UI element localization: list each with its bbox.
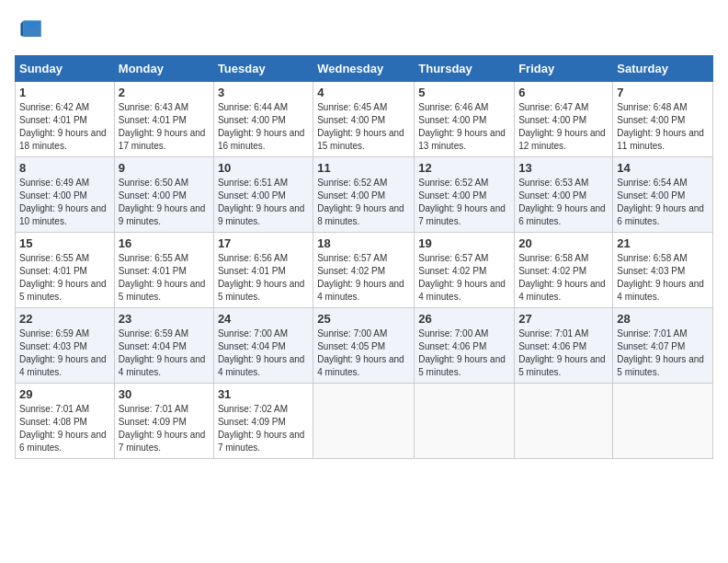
day-info: Sunrise: 6:55 AM Sunset: 4:01 PM Dayligh… xyxy=(119,252,210,304)
header-sunday: Sunday xyxy=(16,56,115,82)
calendar-cell: 17 Sunrise: 6:56 AM Sunset: 4:01 PM Dayl… xyxy=(213,233,313,308)
day-number: 4 xyxy=(317,86,410,99)
calendar-cell: 11 Sunrise: 6:52 AM Sunset: 4:00 PM Dayl… xyxy=(313,157,415,233)
day-info: Sunrise: 6:52 AM Sunset: 4:00 PM Dayligh… xyxy=(418,177,510,228)
calendar-cell: 23 Sunrise: 6:59 AM Sunset: 4:04 PM Dayl… xyxy=(114,308,213,384)
day-info: Sunrise: 7:01 AM Sunset: 4:07 PM Dayligh… xyxy=(617,327,709,379)
day-info: Sunrise: 6:47 AM Sunset: 4:00 PM Dayligh… xyxy=(518,101,609,153)
day-number: 9 xyxy=(119,161,210,175)
calendar-cell: 12 Sunrise: 6:52 AM Sunset: 4:00 PM Dayl… xyxy=(415,157,515,233)
calendar-cell: 6 Sunrise: 6:47 AM Sunset: 4:00 PM Dayli… xyxy=(515,82,613,157)
day-info: Sunrise: 7:00 AM Sunset: 4:06 PM Dayligh… xyxy=(418,327,510,379)
day-info: Sunrise: 6:54 AM Sunset: 4:00 PM Dayligh… xyxy=(617,177,709,228)
calendar-cell: 26 Sunrise: 7:00 AM Sunset: 4:06 PM Dayl… xyxy=(415,308,515,384)
day-info: Sunrise: 7:01 AM Sunset: 4:06 PM Dayligh… xyxy=(518,327,609,379)
day-info: Sunrise: 6:43 AM Sunset: 4:01 PM Dayligh… xyxy=(119,101,210,153)
day-number: 23 xyxy=(119,312,210,326)
calendar-cell: 22 Sunrise: 6:59 AM Sunset: 4:03 PM Dayl… xyxy=(16,308,115,384)
calendar-cell: 29 Sunrise: 7:01 AM Sunset: 4:08 PM Dayl… xyxy=(16,384,115,459)
day-number: 30 xyxy=(119,387,210,401)
day-number: 5 xyxy=(418,86,510,99)
calendar-cell: 14 Sunrise: 6:54 AM Sunset: 4:00 PM Dayl… xyxy=(613,157,713,233)
day-number: 26 xyxy=(418,312,510,326)
header-tuesday: Tuesday xyxy=(213,56,313,82)
calendar-cell: 5 Sunrise: 6:46 AM Sunset: 4:00 PM Dayli… xyxy=(415,82,515,157)
calendar-cell: 13 Sunrise: 6:53 AM Sunset: 4:00 PM Dayl… xyxy=(515,157,613,233)
calendar-cell: 25 Sunrise: 7:00 AM Sunset: 4:05 PM Dayl… xyxy=(313,308,415,384)
day-info: Sunrise: 6:56 AM Sunset: 4:01 PM Dayligh… xyxy=(218,252,309,304)
day-number: 31 xyxy=(218,387,309,401)
calendar-cell: 7 Sunrise: 6:48 AM Sunset: 4:00 PM Dayli… xyxy=(613,82,713,157)
calendar-cell: 18 Sunrise: 6:57 AM Sunset: 4:02 PM Dayl… xyxy=(313,233,415,308)
day-info: Sunrise: 6:45 AM Sunset: 4:00 PM Dayligh… xyxy=(317,101,410,153)
logo xyxy=(15,15,48,44)
calendar-cell: 2 Sunrise: 6:43 AM Sunset: 4:01 PM Dayli… xyxy=(114,82,213,157)
header-wednesday: Wednesday xyxy=(313,56,415,82)
day-info: Sunrise: 6:57 AM Sunset: 4:02 PM Dayligh… xyxy=(418,252,510,304)
day-number: 13 xyxy=(518,161,609,175)
day-info: Sunrise: 7:01 AM Sunset: 4:09 PM Dayligh… xyxy=(119,403,210,454)
calendar-cell: 28 Sunrise: 7:01 AM Sunset: 4:07 PM Dayl… xyxy=(613,308,713,384)
calendar-cell xyxy=(613,384,713,459)
calendar-cell: 15 Sunrise: 6:55 AM Sunset: 4:01 PM Dayl… xyxy=(16,233,115,308)
day-number: 12 xyxy=(418,161,510,175)
day-info: Sunrise: 7:00 AM Sunset: 4:05 PM Dayligh… xyxy=(317,327,410,379)
calendar-cell: 1 Sunrise: 6:42 AM Sunset: 4:01 PM Dayli… xyxy=(16,82,115,157)
header-monday: Monday xyxy=(114,56,213,82)
day-number: 17 xyxy=(218,236,309,250)
day-info: Sunrise: 7:02 AM Sunset: 4:09 PM Dayligh… xyxy=(218,403,309,454)
calendar-cell: 8 Sunrise: 6:49 AM Sunset: 4:00 PM Dayli… xyxy=(16,157,115,233)
day-number: 29 xyxy=(19,387,110,401)
calendar-cell: 16 Sunrise: 6:55 AM Sunset: 4:01 PM Dayl… xyxy=(114,233,213,308)
day-number: 10 xyxy=(218,161,309,175)
day-number: 2 xyxy=(119,86,210,99)
day-number: 27 xyxy=(518,312,609,326)
day-info: Sunrise: 6:57 AM Sunset: 4:02 PM Dayligh… xyxy=(317,252,410,304)
calendar-cell: 9 Sunrise: 6:50 AM Sunset: 4:00 PM Dayli… xyxy=(114,157,213,233)
day-info: Sunrise: 6:51 AM Sunset: 4:00 PM Dayligh… xyxy=(218,177,309,228)
day-info: Sunrise: 6:48 AM Sunset: 4:00 PM Dayligh… xyxy=(617,101,709,153)
calendar-cell xyxy=(313,384,415,459)
calendar-cell: 30 Sunrise: 7:01 AM Sunset: 4:09 PM Dayl… xyxy=(114,384,213,459)
day-number: 18 xyxy=(317,236,410,250)
header-friday: Friday xyxy=(515,56,613,82)
day-number: 22 xyxy=(19,312,110,326)
day-info: Sunrise: 6:58 AM Sunset: 4:02 PM Dayligh… xyxy=(518,252,609,304)
day-number: 11 xyxy=(317,161,410,175)
day-number: 25 xyxy=(317,312,410,326)
day-number: 16 xyxy=(119,236,210,250)
calendar-week-1: 1 Sunrise: 6:42 AM Sunset: 4:01 PM Dayli… xyxy=(16,82,713,157)
day-number: 8 xyxy=(19,161,110,175)
day-info: Sunrise: 6:46 AM Sunset: 4:00 PM Dayligh… xyxy=(418,101,510,153)
day-info: Sunrise: 6:44 AM Sunset: 4:00 PM Dayligh… xyxy=(218,101,309,153)
day-info: Sunrise: 6:55 AM Sunset: 4:01 PM Dayligh… xyxy=(19,252,110,304)
calendar-cell: 4 Sunrise: 6:45 AM Sunset: 4:00 PM Dayli… xyxy=(313,82,415,157)
day-number: 21 xyxy=(617,236,709,250)
calendar-week-2: 8 Sunrise: 6:49 AM Sunset: 4:00 PM Dayli… xyxy=(16,157,713,233)
day-info: Sunrise: 6:58 AM Sunset: 4:03 PM Dayligh… xyxy=(617,252,709,304)
day-info: Sunrise: 6:49 AM Sunset: 4:00 PM Dayligh… xyxy=(19,177,110,228)
day-number: 28 xyxy=(617,312,709,326)
svg-marker-2 xyxy=(20,20,23,37)
header-thursday: Thursday xyxy=(415,56,515,82)
calendar-cell xyxy=(515,384,613,459)
day-info: Sunrise: 6:53 AM Sunset: 4:00 PM Dayligh… xyxy=(518,177,609,228)
calendar-cell: 3 Sunrise: 6:44 AM Sunset: 4:00 PM Dayli… xyxy=(213,82,313,157)
day-info: Sunrise: 6:42 AM Sunset: 4:01 PM Dayligh… xyxy=(19,101,110,153)
day-info: Sunrise: 6:59 AM Sunset: 4:03 PM Dayligh… xyxy=(19,327,110,379)
calendar-cell: 19 Sunrise: 6:57 AM Sunset: 4:02 PM Dayl… xyxy=(415,233,515,308)
day-number: 7 xyxy=(617,86,709,99)
calendar-cell xyxy=(415,384,515,459)
calendar-cell: 10 Sunrise: 6:51 AM Sunset: 4:00 PM Dayl… xyxy=(213,157,313,233)
day-info: Sunrise: 6:50 AM Sunset: 4:00 PM Dayligh… xyxy=(119,177,210,228)
calendar-week-4: 22 Sunrise: 6:59 AM Sunset: 4:03 PM Dayl… xyxy=(16,308,713,384)
day-number: 3 xyxy=(218,86,309,99)
day-number: 1 xyxy=(19,86,110,99)
calendar-cell: 27 Sunrise: 7:01 AM Sunset: 4:06 PM Dayl… xyxy=(515,308,613,384)
calendar-cell: 20 Sunrise: 6:58 AM Sunset: 4:02 PM Dayl… xyxy=(515,233,613,308)
day-info: Sunrise: 6:59 AM Sunset: 4:04 PM Dayligh… xyxy=(119,327,210,379)
day-info: Sunrise: 7:00 AM Sunset: 4:04 PM Dayligh… xyxy=(218,327,309,379)
calendar-header-row: SundayMondayTuesdayWednesdayThursdayFrid… xyxy=(16,56,713,82)
logo-icon xyxy=(15,15,44,44)
day-number: 19 xyxy=(418,236,510,250)
